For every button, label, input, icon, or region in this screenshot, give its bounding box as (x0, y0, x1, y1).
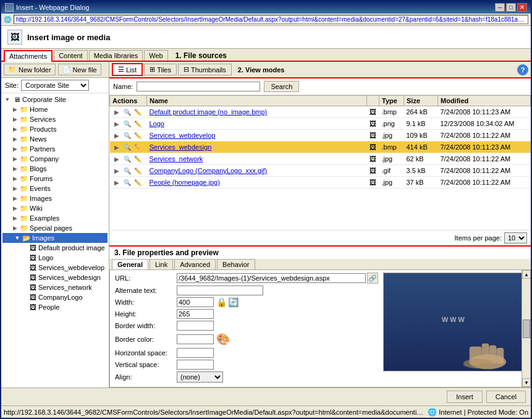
tab-attachments[interactable]: Attachments (4, 50, 53, 62)
file-link[interactable]: Services_webdevelop (150, 132, 216, 139)
scroll-down-button[interactable]: ▼ (522, 378, 531, 387)
address-url[interactable]: http://192.168.3.146/3644_9682/CMSFormCo… (14, 15, 528, 24)
col-type[interactable]: Type (379, 96, 404, 106)
items-per-page-select[interactable]: 10 25 50 (504, 232, 527, 243)
tab-content[interactable]: Content (54, 50, 88, 61)
expand-icon[interactable]: ▶ (11, 176, 19, 182)
table-row[interactable]: ▶ 🔍 ✏️ Services_network 🖼 .jpg 62 kB 7/2… (110, 153, 531, 165)
action-arrow-icon[interactable]: ▶ (112, 143, 121, 151)
action-view-icon[interactable]: 🔍 (123, 178, 132, 187)
action-view-icon[interactable]: 🔍 (123, 131, 132, 140)
action-edit-icon[interactable]: ✏️ (133, 154, 142, 163)
expand-icon[interactable]: ▶ (11, 146, 19, 152)
maximize-button[interactable]: □ (506, 3, 516, 12)
expand-icon[interactable]: ▼ (4, 96, 11, 103)
props-tab-advanced[interactable]: Advanced (174, 259, 216, 269)
props-tab-behavior[interactable]: Behavior (217, 259, 255, 269)
minimize-button[interactable]: ─ (495, 3, 505, 12)
tree-item-images[interactable]: ▶ 📁 Images (2, 193, 108, 203)
new-folder-button[interactable]: 📁 New folder (4, 64, 56, 75)
expand-icon[interactable]: ▶ (11, 225, 19, 231)
tree-item-company-logo[interactable]: ▶ 🖼 CompanyLogo (2, 292, 108, 302)
action-view-icon[interactable]: 🔍 (123, 119, 132, 128)
alt-text-input[interactable] (177, 286, 263, 295)
scroll-thumb[interactable] (523, 320, 530, 338)
expand-icon[interactable]: ▶ (11, 166, 19, 172)
action-arrow-icon[interactable]: ▶ (112, 178, 121, 187)
tree-item-wiki[interactable]: ▶ 📁 Wiki (2, 203, 108, 213)
action-view-icon[interactable]: 🔍 (123, 108, 132, 116)
action-arrow-icon[interactable]: ▶ (112, 119, 121, 128)
props-scrollbar[interactable]: ▲ ▼ (521, 270, 530, 387)
help-button[interactable]: ? (517, 64, 528, 75)
props-tab-link[interactable]: Link (150, 259, 173, 269)
action-view-icon[interactable]: 🔍 (123, 143, 132, 151)
new-file-button[interactable]: 📄 New file (58, 64, 101, 75)
color-picker-icon[interactable]: 🎨 (216, 332, 230, 346)
width-input[interactable] (177, 297, 214, 307)
view-tab-thumbnails[interactable]: ⊟ Thumbnails (178, 64, 232, 75)
close-button[interactable]: ✕ (517, 3, 527, 12)
view-tab-tiles[interactable]: ⊞ Tiles (144, 64, 177, 75)
action-edit-icon[interactable]: ✏️ (133, 166, 142, 175)
table-row-selected[interactable]: ▶ 🔍 ✏️ Services_webdesign 🖼 .bmp 414 kB … (110, 142, 531, 153)
tree-item-images-open[interactable]: ▼ 📂 Images (2, 233, 108, 243)
expand-icon[interactable]: ▶ (11, 126, 19, 132)
tree-item-special-pages[interactable]: ▶ 📁 Special pages (2, 223, 108, 233)
site-select[interactable]: Corporate Site (21, 80, 89, 91)
expand-icon[interactable]: ▼ (14, 235, 21, 241)
hspace-input[interactable] (177, 348, 214, 358)
tree-item-default-product-image[interactable]: ▶ 🖼 Default product image (2, 243, 108, 253)
file-link[interactable]: Services_webdesign (150, 143, 212, 151)
props-tab-general[interactable]: General (112, 259, 148, 269)
tree-item-partners[interactable]: ▶ 📁 Partners (2, 144, 108, 154)
tree-item-forums[interactable]: ▶ 📁 Forums (2, 174, 108, 184)
action-view-icon[interactable]: 🔍 (123, 154, 132, 163)
search-button[interactable]: Search (264, 81, 299, 92)
action-view-icon[interactable]: 🔍 (123, 166, 132, 175)
col-size[interactable]: Size (404, 96, 438, 106)
action-edit-icon[interactable]: ✏️ (133, 143, 142, 151)
tree-item-people[interactable]: ▶ 🖼 People (2, 302, 108, 312)
refresh-icon[interactable]: 🔄 (228, 297, 239, 307)
align-select[interactable]: (none) left right top middle bottom (177, 371, 223, 383)
action-edit-icon[interactable]: ✏️ (133, 178, 142, 187)
table-row[interactable]: ▶ 🔍 ✏️ Logo 🖼 .png 9.1 kB 12/23/2008 10:… (110, 118, 531, 130)
tree-item-services[interactable]: ▶ 📁 Services (2, 114, 108, 124)
tree-item-examples[interactable]: ▶ 📁 Examples (2, 213, 108, 223)
col-name[interactable]: Name (147, 96, 367, 106)
name-search-input[interactable] (137, 82, 260, 91)
tree-item-corporate-site[interactable]: ▼ 🖥 Corporate Site (2, 95, 108, 104)
file-link[interactable]: Default product image (no_image.bmp) (150, 108, 268, 116)
table-row[interactable]: ▶ 🔍 ✏️ Default product image (no_image.b… (110, 106, 531, 118)
col-modified[interactable]: Modified (438, 96, 531, 106)
scroll-up-button[interactable]: ▲ (522, 270, 531, 279)
tree-item-logo[interactable]: ▶ 🖼 Logo (2, 253, 108, 263)
table-row[interactable]: ▶ 🔍 ✏️ Services_webdevelop 🖼 .jpg 109 kB… (110, 130, 531, 142)
insert-button[interactable]: Insert (447, 391, 483, 403)
tab-media-libraries[interactable]: Media libraries (89, 50, 143, 61)
vspace-input[interactable] (177, 360, 214, 370)
tree-item-blogs[interactable]: ▶ 📁 Blogs (2, 164, 108, 174)
action-edit-icon[interactable]: ✏️ (133, 119, 142, 128)
view-tab-list[interactable]: ☰ List (112, 63, 143, 76)
tree-item-services-network[interactable]: ▶ 🖼 Services_network (2, 282, 108, 292)
file-link[interactable]: CompanyLogo (CompanyLogo_xxx.gif) (150, 167, 268, 174)
cancel-button[interactable]: Cancel (486, 391, 526, 403)
table-row[interactable]: ▶ 🔍 ✏️ People (homepage.jpg) 🖼 .jpg 37 k… (110, 177, 531, 188)
expand-icon[interactable]: ▶ (11, 215, 19, 221)
expand-icon[interactable]: ▶ (11, 156, 19, 162)
tree-item-events[interactable]: ▶ 📁 Events (2, 184, 108, 193)
expand-icon[interactable]: ▶ (11, 116, 19, 122)
file-link[interactable]: Logo (150, 120, 164, 127)
action-arrow-icon[interactable]: ▶ (112, 166, 121, 175)
action-arrow-icon[interactable]: ▶ (112, 108, 121, 116)
action-arrow-icon[interactable]: ▶ (112, 154, 121, 163)
tree-item-home[interactable]: ▶ 📁 Home (2, 104, 108, 114)
action-arrow-icon[interactable]: ▶ (112, 131, 121, 140)
tree-item-services-webdevelop[interactable]: ▶ 🖼 Services_webdevelop (2, 263, 108, 273)
expand-icon[interactable]: ▶ (11, 106, 19, 112)
tree-item-news[interactable]: ▶ 📁 News (2, 134, 108, 144)
lock-icon[interactable]: 🔒 (216, 297, 227, 307)
action-edit-icon[interactable]: ✏️ (133, 131, 142, 140)
